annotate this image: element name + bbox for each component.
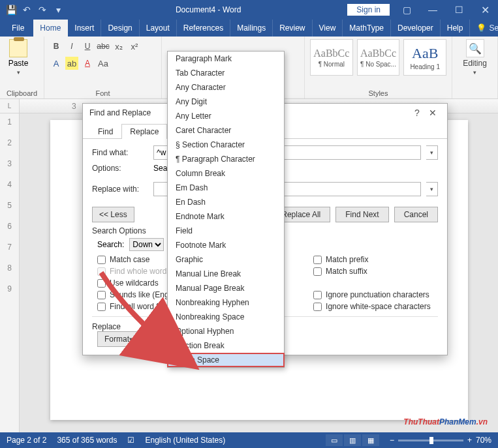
qat-more-icon[interactable]: ▾ — [52, 4, 64, 16]
menu-any-letter[interactable]: Any Letter — [168, 109, 284, 123]
cancel-button[interactable]: Cancel — [394, 207, 438, 222]
chevron-down-icon: ▾ — [17, 69, 20, 76]
tab-references[interactable]: References — [177, 20, 230, 37]
search-tell-me[interactable]: 💡 Search — [470, 20, 498, 37]
dialog-close-icon[interactable]: ✕ — [425, 108, 441, 118]
status-wordcount[interactable]: 365 of 365 words — [57, 436, 117, 445]
group-styles: AaBbCc ¶ Normal AaBbCc ¶ No Spac... AaB … — [305, 37, 452, 98]
menu-manual-page-break[interactable]: Manual Page Break — [168, 281, 284, 295]
tab-mathtype[interactable]: MathType — [343, 20, 391, 37]
menu-footnote-mark[interactable]: Footnote Mark — [168, 238, 284, 252]
view-print-icon[interactable]: ▥ — [344, 434, 361, 446]
statusbar: Page 2 of 2 365 of 365 words ☑ English (… — [0, 432, 498, 448]
tab-find[interactable]: Find — [89, 124, 121, 139]
menu-nonbreaking-hyphen[interactable]: Nonbreaking Hyphen — [168, 295, 284, 310]
style-normal[interactable]: AaBbCc ¶ Normal — [310, 39, 353, 76]
status-page[interactable]: Page 2 of 2 — [7, 436, 46, 445]
checks-right: Match prefix Match suffix Ignore punctua… — [313, 255, 431, 311]
check-ignore-punctuation[interactable]: Ignore punctuation characters — [313, 290, 431, 299]
font-color-button[interactable]: A — [81, 57, 94, 70]
menu-field[interactable]: Field — [168, 224, 284, 238]
zoom-slider[interactable]: − + 70% — [390, 436, 491, 445]
menu-manual-line-break[interactable]: Manual Line Break — [168, 267, 284, 281]
quick-access-toolbar: 💾 ↶ ↷ ▾ — [0, 4, 69, 16]
menu-en-dash[interactable]: En Dash — [168, 195, 284, 209]
menu-column-break[interactable]: Column Break — [168, 166, 284, 181]
tab-home[interactable]: Home — [33, 20, 68, 37]
menu-section-character[interactable]: § Section Character — [168, 138, 284, 152]
group-label-clipboard: Clipboard — [5, 88, 39, 97]
menu-tab-character[interactable]: Tab Character — [168, 66, 284, 80]
titlebar: 💾 ↶ ↷ ▾ Document4 - Word Sign in ▢ — ☐ ✕ — [0, 0, 498, 20]
less-button[interactable]: << Less — [92, 207, 134, 222]
undo-icon[interactable]: ↶ — [21, 4, 33, 16]
menu-section-break[interactable]: Section Break — [168, 338, 284, 353]
check-match-prefix[interactable]: Match prefix — [313, 255, 431, 264]
redo-icon[interactable]: ↷ — [37, 4, 48, 16]
highlight-button[interactable]: ab — [65, 57, 78, 70]
menu-em-dash[interactable]: Em Dash — [168, 181, 284, 195]
tab-review[interactable]: Review — [273, 20, 312, 37]
menu-paragraph-character[interactable]: ¶ Paragraph Character — [168, 152, 284, 166]
check-match-suffix[interactable]: Match suffix — [313, 267, 431, 276]
underline-button[interactable]: U — [81, 40, 94, 53]
menu-endnote-mark[interactable]: Endnote Mark — [168, 209, 284, 224]
zoom-in-icon[interactable]: + — [467, 436, 472, 445]
replace-with-dropdown[interactable]: ▾ — [426, 182, 438, 196]
menu-any-character[interactable]: Any Character — [168, 80, 284, 95]
save-icon[interactable]: 💾 — [5, 4, 17, 16]
view-read-icon[interactable]: ▭ — [326, 434, 343, 446]
zoom-level[interactable]: 70% — [476, 436, 491, 445]
group-label-font: Font — [50, 88, 156, 97]
menu-caret-character[interactable]: Caret Character — [168, 123, 284, 138]
status-language[interactable]: English (United States) — [145, 436, 225, 445]
zoom-out-icon[interactable]: − — [390, 436, 394, 445]
ribbon-options-icon[interactable]: ▢ — [394, 0, 420, 20]
format-button[interactable]: Format — [97, 331, 140, 347]
subscript-button[interactable]: x₂ — [112, 40, 125, 53]
menu-optional-hyphen[interactable]: Optional Hyphen — [168, 324, 284, 338]
editing-button[interactable]: 🔍 Editing ▾ — [458, 39, 492, 76]
italic-button[interactable]: I — [65, 40, 78, 53]
dialog-title: Find and Replace — [89, 108, 151, 117]
tab-layout[interactable]: Layout — [140, 20, 177, 37]
menu-white-space[interactable]: White Space — [167, 353, 285, 367]
tab-replace[interactable]: Replace — [121, 124, 167, 139]
find-what-dropdown[interactable]: ▾ — [426, 145, 438, 160]
check-ignore-whitespace[interactable]: Ignore white-space characters — [313, 302, 431, 311]
tab-insert[interactable]: Insert — [68, 20, 101, 37]
close-icon[interactable]: ✕ — [472, 0, 498, 20]
change-case-button[interactable]: Aa — [97, 57, 110, 70]
view-web-icon[interactable]: ▦ — [362, 434, 379, 446]
maximize-icon[interactable]: ☐ — [446, 0, 472, 20]
watermark: ThuThuatPhanMem.vn — [403, 411, 488, 428]
menu-any-digit[interactable]: Any Digit — [168, 95, 284, 109]
text-effects-button[interactable]: A — [50, 57, 63, 70]
style-nospacing[interactable]: AaBbCc ¶ No Spac... — [357, 39, 400, 76]
superscript-button[interactable]: x² — [128, 40, 141, 53]
special-menu: Paragraph Mark Tab Character Any Charact… — [167, 51, 285, 368]
paste-button[interactable]: Paste ▾ — [5, 39, 31, 76]
clipboard-icon — [9, 39, 27, 57]
tab-help[interactable]: Help — [441, 20, 471, 37]
menu-graphic[interactable]: Graphic — [168, 252, 284, 267]
find-next-button[interactable]: Find Next — [335, 207, 388, 222]
signin-button[interactable]: Sign in — [347, 4, 390, 16]
minimize-icon[interactable]: — — [420, 0, 446, 20]
replace-section-label: Replace — [92, 322, 148, 331]
strike-button[interactable]: abc — [97, 40, 110, 53]
chevron-down-icon: ▾ — [473, 69, 476, 76]
tab-developer[interactable]: Developer — [391, 20, 441, 37]
menu-paragraph-mark[interactable]: Paragraph Mark — [168, 52, 284, 66]
dialog-help-icon[interactable]: ? — [409, 108, 425, 118]
tab-view[interactable]: View — [313, 20, 343, 37]
tab-mailings[interactable]: Mailings — [230, 20, 273, 37]
style-heading1[interactable]: AaB Heading 1 — [403, 39, 446, 76]
status-proofing-icon[interactable]: ☑ — [127, 436, 134, 445]
menu-nonbreaking-space[interactable]: Nonbreaking Space — [168, 310, 284, 324]
bold-button[interactable]: B — [50, 40, 63, 53]
tab-design[interactable]: Design — [101, 20, 139, 37]
tab-file[interactable]: File — [3, 20, 33, 37]
search-direction-select[interactable]: Down — [129, 238, 164, 251]
ribbon-tabs: File Home Insert Design Layout Reference… — [0, 20, 498, 37]
